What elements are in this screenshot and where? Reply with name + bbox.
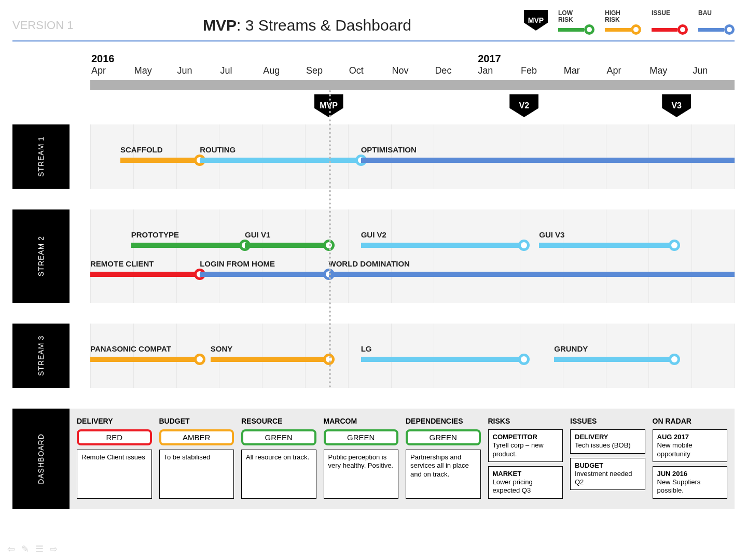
task-bar (200, 158, 361, 163)
title-rest: : 3 Streams & Dashboard (237, 17, 411, 34)
task-label: GUI V2 (361, 230, 386, 239)
task-bar (211, 357, 329, 362)
version-label: VERSION 1 (12, 19, 90, 32)
dash-card: JUN 2016New Suppliers possible. (653, 466, 728, 499)
task-end-dot (669, 240, 680, 251)
list-icon[interactable]: ☰ (35, 543, 44, 555)
prev-icon[interactable]: ⇦ (7, 543, 15, 555)
legend-mvp-icon: MVP (524, 10, 548, 31)
legend-item: LOWRISK (558, 10, 594, 35)
task-end-dot (323, 240, 335, 251)
dash-card: Remote Client issues (77, 450, 152, 499)
page-title: MVP: 3 Streams & Dashboard (90, 17, 524, 34)
stream-label: STREAM 2 (12, 209, 70, 303)
stream-row: SCAFFOLDROUTINGOPTIMISATION (90, 142, 735, 171)
task-label: GRUNDY (554, 344, 588, 353)
task-label: OPTIMISATION (361, 145, 417, 154)
task-label: PANASONIC COMPAT (90, 344, 171, 353)
dash-col-title: DEPENDENCIES (406, 417, 481, 425)
legend-item: BAU (698, 10, 735, 35)
stream-body: PANASONIC COMPATSONYLGGRUNDY (90, 324, 735, 388)
dash-col-title: ISSUES (570, 417, 645, 425)
task-bar (90, 272, 200, 277)
task-bar (245, 243, 328, 248)
stream: STREAM 2PROTOTYPEGUI V1GUI V2GUI V3REMOT… (12, 209, 735, 303)
task-label: PROTOTYPE (131, 230, 179, 239)
task-label: LOGIN FROM HOME (200, 259, 275, 268)
task-bar (361, 357, 524, 362)
dash-col: RESOURCE GREEN All resource on track. (241, 417, 316, 499)
month-label: Jun (176, 65, 219, 79)
legend-item: HIGHRISK (605, 10, 641, 35)
edit-icon[interactable]: ✎ (21, 543, 29, 555)
task-bar (131, 243, 245, 248)
task-bar (554, 357, 674, 362)
task-end-dot (518, 240, 530, 251)
rag-badge: GREEN (406, 429, 481, 445)
task-bar (120, 158, 200, 163)
task-label: ROUTING (200, 145, 236, 154)
task-label: SONY (211, 344, 233, 353)
month-label: Aug (262, 65, 305, 79)
month-label: Feb (520, 65, 563, 79)
stream-row: REMOTE CLIENTLOGIN FROM HOMEWORLD DOMINA… (90, 256, 735, 285)
task-end-dot (323, 354, 335, 365)
month-label: Jan (477, 65, 520, 79)
rag-badge: AMBER (159, 429, 234, 445)
month-label: Oct (348, 65, 391, 79)
task-bar (329, 272, 735, 277)
dash-radar: ON RADARAUG 2017New mobile opportunityJU… (653, 417, 728, 499)
legend: MVP LOWRISK HIGHRISK ISSUE BAU (524, 10, 735, 41)
stream: STREAM 1SCAFFOLDROUTINGOPTIMISATION (12, 124, 735, 189)
stream-row: PROTOTYPEGUI V1GUI V2GUI V3 (90, 227, 735, 256)
dash-card: MARKETLower pricing expected Q3 (488, 466, 563, 499)
task-label: REMOTE CLIENT (90, 259, 154, 268)
stream-row: PANASONIC COMPATSONYLGGRUNDY (90, 341, 735, 370)
task-end-dot (518, 354, 530, 365)
month-label: Jul (219, 65, 262, 79)
month-label: Apr (90, 65, 133, 79)
next-icon[interactable]: ⇨ (50, 543, 58, 555)
month-label: Sep (305, 65, 348, 79)
dash-col-title: ON RADAR (653, 417, 728, 425)
legend-item: ISSUE (652, 10, 688, 35)
month-label: May (648, 65, 691, 79)
dashboard: DASHBOARD DELIVERY RED Remote Client iss… (12, 409, 735, 509)
dash-card: COMPETITORTyrell corp – new product. (488, 429, 563, 462)
month-label: Apr (606, 65, 649, 79)
milestone-marker: V3 (662, 94, 691, 117)
month-label: Nov (391, 65, 434, 79)
footer-nav: ⇦ ✎ ☰ ⇨ (7, 543, 58, 555)
header: VERSION 1 MVP: 3 Streams & Dashboard MVP… (12, 10, 735, 41)
stream-body: SCAFFOLDROUTINGOPTIMISATION (90, 124, 735, 189)
dash-card: DELIVERYTech issues (BOB) (570, 429, 645, 454)
dash-card: All resource on track. (241, 450, 316, 499)
milestones: MVPV2V3 (90, 94, 735, 124)
task-label: SCAFFOLD (120, 145, 163, 154)
dash-col-title: BUDGET (159, 417, 234, 425)
timeline-bar (90, 80, 735, 90)
task-label: WORLD DOMINATION (329, 259, 410, 268)
dash-col-title: RISKS (488, 417, 563, 425)
task-bar (539, 243, 674, 248)
rag-badge: GREEN (241, 429, 316, 445)
task-label: LG (361, 344, 372, 353)
dash-card: To be stabilised (159, 450, 234, 499)
month-label: Jun (691, 65, 735, 79)
dash-issues: ISSUESDELIVERYTech issues (BOB)BUDGETInv… (570, 417, 645, 499)
month-label: Dec (434, 65, 477, 79)
rag-badge: GREEN (324, 429, 399, 445)
stream-label: STREAM 3 (12, 324, 70, 388)
task-end-dot (194, 354, 205, 365)
dash-card: AUG 2017New mobile opportunity (653, 429, 728, 462)
stream-body: PROTOTYPEGUI V1GUI V2GUI V3REMOTE CLIENT… (90, 209, 735, 303)
dashboard-label: DASHBOARD (12, 409, 70, 509)
task-bar (90, 357, 200, 362)
dash-col-title: MARCOM (324, 417, 399, 425)
dash-col: MARCOM GREEN Public perception is very h… (324, 417, 399, 499)
dash-risks: RISKSCOMPETITORTyrell corp – new product… (488, 417, 563, 499)
task-bar (200, 272, 328, 277)
task-end-dot (669, 354, 680, 365)
rag-badge: RED (77, 429, 152, 445)
stream: STREAM 3PANASONIC COMPATSONYLGGRUNDY (12, 324, 735, 388)
